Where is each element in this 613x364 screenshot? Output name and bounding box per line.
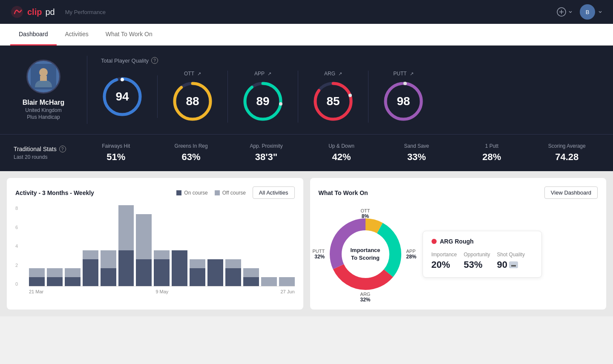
stat-1putt-label: 1 Putt	[485, 143, 498, 149]
arg-donut-label: ARG 32%	[360, 292, 370, 303]
chart-wrapper: 8 6 4 2 0 21 Mar 9 May 27 Jun	[15, 206, 295, 294]
ott-donut-label: OTT 8%	[361, 208, 370, 219]
legend-off-course: Off course	[215, 190, 246, 196]
metric-opportunity: Opportunity 53%	[464, 252, 490, 270]
donut-area: ImportanceTo Scoring OTT 8% APP 28% ARG …	[319, 207, 412, 301]
bar-stack	[190, 259, 205, 286]
trad-label-section: Traditional Stats ? Last 20 rounds	[14, 146, 73, 160]
header: clippd My Performance B	[0, 0, 613, 24]
bar-off-course	[190, 259, 205, 268]
bar-off-course	[83, 250, 98, 259]
bar-stack	[207, 259, 223, 286]
quality-putt: PUTT ↗ 98	[368, 71, 438, 123]
svg-point-14	[279, 102, 282, 106]
quality-circles: 94 OTT ↗ 88	[101, 71, 599, 123]
putt-score: 98	[397, 95, 410, 108]
app-score: 89	[256, 95, 269, 108]
bar-stack	[101, 250, 116, 286]
bar-stack	[243, 268, 259, 286]
bar-stack	[172, 250, 187, 286]
app-label: APP ↗	[254, 71, 271, 77]
stat-greens: Greens In Reg 63%	[158, 143, 223, 163]
tab-dashboard[interactable]: Dashboard	[10, 24, 57, 46]
shot-quality-value: 90	[497, 259, 507, 270]
donut-center-text: ImportanceTo Scoring	[350, 246, 380, 262]
bar-on-course	[47, 277, 63, 286]
bar-on-course	[172, 250, 187, 286]
hero-divider	[87, 56, 87, 124]
bar-group	[243, 206, 259, 286]
hero-content: Blair McHarg United Kingdom Plus Handica…	[0, 46, 613, 134]
trad-info-btn[interactable]: ?	[59, 146, 66, 152]
opportunity-label: Opportunity	[464, 252, 490, 258]
add-button[interactable]	[557, 7, 573, 17]
bar-stack	[83, 250, 98, 286]
nav-tabs: Dashboard Activities What To Work On	[0, 24, 613, 46]
y-axis: 8 6 4 2 0	[15, 206, 18, 287]
shot-quality-badge: ▬	[509, 261, 518, 268]
all-activities-button[interactable]: All Activities	[253, 186, 295, 199]
bar-off-course	[261, 277, 277, 286]
bar-group	[172, 206, 187, 286]
stat-greens-label: Greens In Reg	[175, 143, 208, 149]
quality-arg: ARG ↗ 85	[298, 71, 368, 123]
bar-group	[225, 206, 241, 286]
bar-off-course	[65, 268, 81, 277]
bar-group	[261, 206, 277, 286]
stat-updown-value: 42%	[332, 152, 351, 163]
logo-icon	[10, 5, 24, 19]
quality-info-btn[interactable]: ?	[151, 57, 158, 64]
svg-point-17	[348, 94, 352, 97]
putt-circle: 98	[382, 80, 425, 123]
arg-arrow-icon: ↗	[338, 71, 342, 77]
off-course-dot	[215, 190, 220, 195]
player-name: Blair McHarg	[23, 99, 65, 106]
header-title: My Performance	[65, 9, 106, 15]
svg-rect-6	[40, 76, 47, 81]
tab-what-to-work-on[interactable]: What To Work On	[97, 24, 161, 46]
stat-sand-label: Sand Save	[404, 143, 429, 149]
arg-score: 85	[326, 95, 340, 108]
quality-label: Total Player Quality ?	[101, 57, 599, 64]
stat-proximity-value: 38'3"	[255, 152, 277, 163]
bar-on-course	[190, 268, 205, 286]
bar-on-course	[225, 268, 241, 286]
bar-stack	[225, 259, 241, 286]
tab-activities[interactable]: Activities	[57, 24, 97, 46]
svg-point-5	[39, 68, 48, 77]
add-chevron-icon	[568, 9, 573, 14]
info-card-dot	[432, 239, 437, 244]
metric-shot-quality: Shot Quality 90 ▬	[497, 252, 525, 270]
bar-off-course	[279, 277, 295, 286]
quality-section: Total Player Quality ? 94	[101, 57, 599, 123]
hero-section: Blair McHarg United Kingdom Plus Handica…	[0, 46, 613, 171]
bar-on-course	[29, 277, 45, 286]
bar-on-course	[136, 259, 152, 286]
player-avatar	[26, 60, 60, 94]
bar-off-course	[101, 250, 116, 268]
chart-bars	[29, 206, 295, 287]
legend-on-course: On course	[176, 190, 207, 196]
wtwo-header: What To Work On View Dashboard	[319, 186, 598, 199]
stat-fairways-label: Fairways Hit	[102, 143, 130, 149]
bar-stack	[65, 268, 81, 286]
view-dashboard-button[interactable]: View Dashboard	[544, 186, 598, 199]
ott-arrow-icon: ↗	[197, 71, 201, 77]
stat-proximity: App. Proximity 38'3"	[234, 143, 299, 163]
arg-circle: 85	[312, 80, 354, 123]
logo: clippd	[10, 5, 55, 19]
stat-updown-label: Up & Down	[328, 143, 354, 149]
ott-circle: 88	[171, 80, 214, 123]
player-avatar-image	[31, 64, 56, 89]
bar-group	[136, 206, 152, 286]
stat-greens-value: 63%	[182, 152, 201, 163]
putt-label: PUTT ↗	[393, 71, 413, 77]
bar-group	[47, 206, 63, 286]
bar-off-course	[154, 250, 170, 259]
bar-group	[83, 206, 98, 286]
putt-donut-label: PUTT 32%	[313, 249, 325, 260]
user-menu[interactable]: B	[580, 4, 603, 20]
stat-fairways: Fairways Hit 51%	[83, 143, 148, 163]
bar-group	[154, 206, 170, 286]
stat-fairways-value: 51%	[106, 152, 125, 163]
